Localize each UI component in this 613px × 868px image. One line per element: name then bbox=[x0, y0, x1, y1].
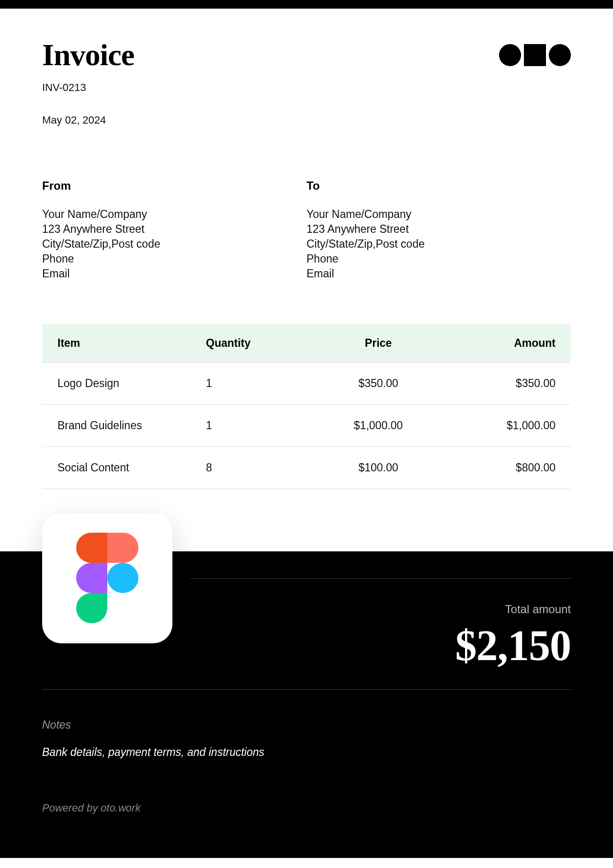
table-row: Social Content 8 $100.00 $800.00 bbox=[42, 447, 571, 489]
invoice-date: May 02, 2024 bbox=[42, 114, 571, 126]
cell-amount: $800.00 bbox=[441, 461, 556, 474]
header-amount: Amount bbox=[441, 337, 556, 350]
to-phone: Phone bbox=[306, 251, 571, 266]
content-area: Invoice INV-0213 May 02, 2024 From Your … bbox=[0, 9, 613, 489]
table-row: Logo Design 1 $350.00 $350.00 bbox=[42, 363, 571, 405]
table-row: Brand Guidelines 1 $1,000.00 $1,000.00 bbox=[42, 405, 571, 447]
brand-logo bbox=[499, 44, 571, 66]
cell-price: $100.00 bbox=[316, 461, 441, 474]
cell-amount: $350.00 bbox=[441, 377, 556, 390]
powered-by: Powered by oto.work bbox=[42, 802, 571, 814]
cell-quantity: 1 bbox=[206, 377, 316, 390]
from-block: From Your Name/Company 123 Anywhere Stre… bbox=[42, 179, 306, 281]
circle-icon bbox=[549, 44, 571, 66]
invoice-number: INV-0213 bbox=[42, 81, 571, 94]
cell-price: $1,000.00 bbox=[316, 419, 441, 432]
total-section: Total amount $2,150 Notes Bank details, … bbox=[0, 551, 613, 858]
divider bbox=[191, 578, 571, 579]
from-city: City/State/Zip,Post code bbox=[42, 237, 306, 251]
to-email: Email bbox=[306, 266, 571, 281]
line-items-table: Item Quantity Price Amount Logo Design 1… bbox=[42, 324, 571, 489]
from-phone: Phone bbox=[42, 251, 306, 266]
from-address: 123 Anywhere Street bbox=[42, 222, 306, 237]
header-item: Item bbox=[57, 337, 206, 350]
table-header: Item Quantity Price Amount bbox=[42, 324, 571, 363]
to-name: Your Name/Company bbox=[306, 207, 571, 222]
page-title: Invoice bbox=[42, 37, 134, 73]
header-price: Price bbox=[316, 337, 441, 350]
cell-item: Logo Design bbox=[57, 377, 206, 390]
cell-quantity: 1 bbox=[206, 419, 316, 432]
notes-section: Notes Bank details, payment terms, and i… bbox=[42, 719, 571, 759]
cell-item: Brand Guidelines bbox=[57, 419, 206, 432]
figma-icon bbox=[76, 533, 138, 624]
to-label: To bbox=[306, 179, 571, 193]
from-label: From bbox=[42, 179, 306, 193]
from-email: Email bbox=[42, 266, 306, 281]
to-address: 123 Anywhere Street bbox=[306, 222, 571, 237]
top-bar bbox=[0, 0, 613, 9]
invoice-page: Invoice INV-0213 May 02, 2024 From Your … bbox=[0, 0, 613, 858]
divider bbox=[42, 689, 571, 690]
figma-badge bbox=[42, 513, 172, 643]
notes-label: Notes bbox=[42, 719, 571, 731]
header-quantity: Quantity bbox=[206, 337, 316, 350]
to-block: To Your Name/Company 123 Anywhere Street… bbox=[306, 179, 571, 281]
cell-quantity: 8 bbox=[206, 461, 316, 474]
circle-icon bbox=[499, 44, 521, 66]
cell-amount: $1,000.00 bbox=[441, 419, 556, 432]
from-name: Your Name/Company bbox=[42, 207, 306, 222]
cell-price: $350.00 bbox=[316, 377, 441, 390]
invoice-meta: INV-0213 May 02, 2024 bbox=[42, 81, 571, 126]
parties-section: From Your Name/Company 123 Anywhere Stre… bbox=[42, 179, 571, 281]
to-city: City/State/Zip,Post code bbox=[306, 237, 571, 251]
notes-text: Bank details, payment terms, and instruc… bbox=[42, 746, 571, 759]
header-row: Invoice bbox=[42, 37, 571, 73]
square-icon bbox=[524, 44, 546, 66]
cell-item: Social Content bbox=[57, 461, 206, 474]
